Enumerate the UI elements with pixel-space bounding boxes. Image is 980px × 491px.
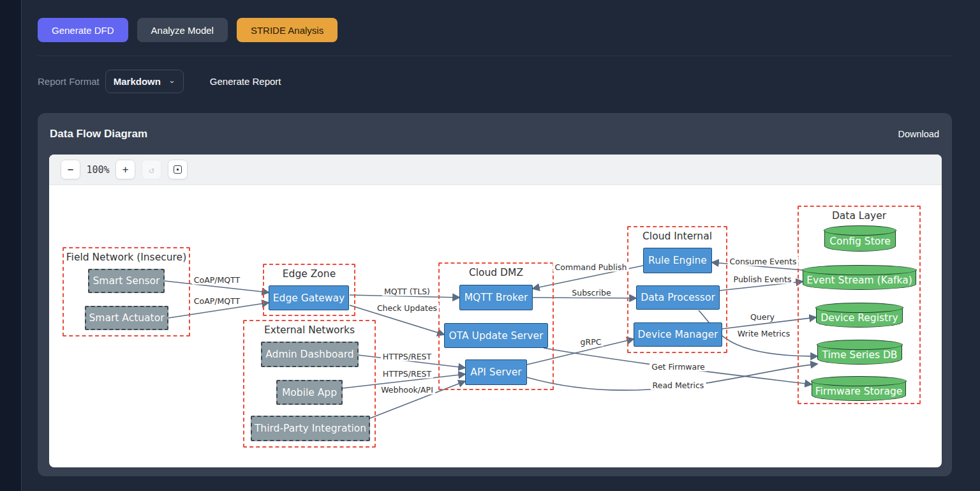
panel-title: Data Flow Diagram — [50, 128, 147, 140]
node-mqtt-broker: MQTT Broker — [459, 285, 533, 310]
node-ota-update-server: OTA Update Server — [444, 323, 548, 348]
node-firmware-storage: Firmware Storage — [812, 381, 906, 401]
chevron-down-icon: ⌄ — [168, 75, 175, 85]
zoom-in-button[interactable]: + — [115, 160, 135, 179]
stride-analysis-button[interactable]: STRIDE Analysis — [237, 18, 338, 42]
edge-label-write-metrics: Write Metrics — [736, 329, 792, 338]
node-label: Event Stream (Kafka) — [806, 275, 912, 286]
node-mobile-app: Mobile App — [276, 380, 343, 405]
diagram-canvas[interactable]: − 100% + ↺ — [49, 155, 942, 467]
report-format-value: Markdown — [114, 76, 161, 87]
group-title: Data Layer — [799, 210, 919, 222]
node-rule-engine: Rule Engine — [643, 248, 712, 273]
edge-label-https-rest-1: HTTPS/REST — [381, 352, 433, 361]
analyze-model-button[interactable]: Analyze Model — [137, 18, 228, 42]
node-smart-sensor: Smart Sensor — [88, 269, 165, 293]
node-smart-actuator: Smart Actuator — [85, 306, 168, 330]
generate-report-button[interactable]: Generate Report — [210, 76, 281, 87]
node-api-server: API Server — [465, 359, 527, 385]
data-flow-diagram[interactable]: Field Network (Insecure) Edge Zone Exter… — [49, 185, 942, 467]
group-title: Cloud DMZ — [440, 267, 553, 278]
edge-label-mqtt-tls: MQTT (TLS) — [382, 287, 432, 296]
node-label: Config Store — [829, 236, 891, 247]
node-data-processor: Data Processor — [636, 285, 720, 310]
section-divider — [38, 56, 952, 56]
node-edge-gateway: Edge Gateway — [269, 285, 349, 310]
edge-label-command-publish: Command Publish — [553, 262, 629, 272]
report-format-label: Report Format — [38, 76, 100, 87]
node-config-store: Config Store — [824, 230, 896, 252]
action-button-row: Generate DFD Analyze Model STRIDE Analys… — [38, 18, 338, 42]
zoom-level: 100% — [80, 164, 115, 176]
group-title: Edge Zone — [264, 268, 354, 280]
group-title: Field Network (Insecure) — [64, 252, 189, 263]
node-third-party-integration: Third-Party Integration — [251, 416, 370, 441]
node-admin-dashboard: Admin Dashboard — [261, 342, 359, 367]
canvas-toolbar: − 100% + ↺ — [49, 155, 942, 185]
group-title: External Networks — [244, 324, 375, 336]
edge-label-webhook-api: Webhook/API — [379, 385, 435, 395]
node-event-stream: Event Stream (Kafka) — [803, 269, 916, 290]
fit-view-icon — [174, 165, 182, 174]
node-device-registry: Device Registry — [816, 307, 903, 328]
edge-label-check-updates: Check Updates — [375, 303, 439, 313]
zoom-out-button[interactable]: − — [61, 160, 80, 179]
download-button[interactable]: Download — [898, 129, 940, 139]
edge-label-grpc: gRPC — [579, 337, 604, 347]
edge-label-get-firmware: Get Firmware — [650, 362, 707, 372]
reset-icon: ↺ — [149, 165, 154, 175]
node-label: Firmware Storage — [815, 386, 903, 397]
reset-zoom-button[interactable]: ↺ — [142, 160, 161, 179]
edge-label-https-rest-2: HTTPS/REST — [381, 369, 433, 379]
edge-label-read-metrics: Read Metrics — [651, 381, 706, 390]
edge-label-query: Query — [748, 312, 776, 322]
dfd-panel-header: Data Flow Diagram Download — [38, 113, 952, 155]
plus-icon: + — [122, 163, 129, 176]
group-title: Cloud Internal — [628, 230, 726, 242]
dfd-panel: Data Flow Diagram Download − 100% + ↺ — [38, 113, 952, 476]
node-device-manager: Device Manager — [634, 322, 722, 347]
edge-label-coap-mqtt-1: CoAP/MQTT — [192, 275, 242, 285]
fit-view-button[interactable] — [168, 160, 188, 179]
report-row: Report Format Markdown ⌄ Generate Report — [38, 70, 281, 93]
edge-label-consume-events: Consume Events — [728, 257, 799, 266]
edge-label-coap-mqtt-2: CoAP/MQTT — [192, 296, 242, 306]
node-label: Time Series DB — [822, 349, 897, 361]
node-time-series-db: Time Series DB — [817, 344, 902, 365]
node-label: Device Registry — [820, 312, 898, 324]
minus-icon: − — [68, 163, 74, 176]
left-rail — [0, 0, 22, 491]
edge-label-subscribe: Subscribe — [570, 288, 612, 298]
generate-dfd-button[interactable]: Generate DFD — [38, 18, 128, 42]
edge-label-publish-events: Publish Events — [732, 275, 794, 284]
report-format-select[interactable]: Markdown ⌄ — [105, 70, 184, 93]
